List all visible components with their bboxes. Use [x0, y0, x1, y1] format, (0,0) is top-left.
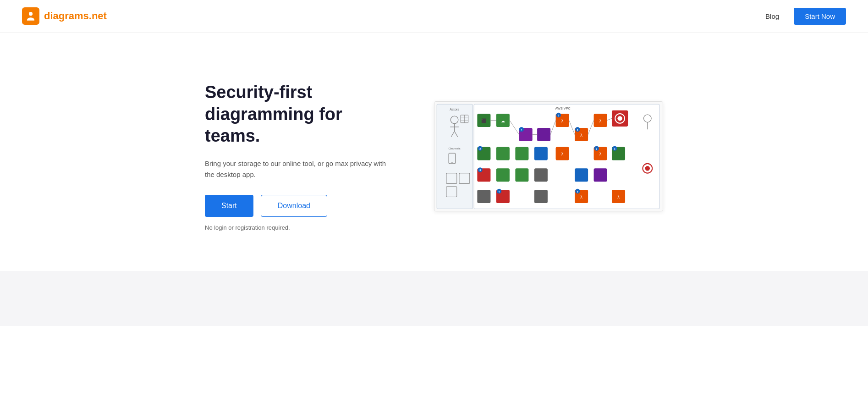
svg-rect-44 — [496, 168, 510, 182]
start-button[interactable]: Start — [205, 195, 253, 217]
hero-title: Security-first diagramming for teams. — [205, 82, 397, 147]
svg-rect-54 — [477, 190, 490, 203]
svg-text:6: 6 — [577, 128, 578, 131]
svg-text:4: 4 — [499, 190, 500, 193]
svg-rect-40 — [496, 147, 510, 160]
svg-rect-42 — [534, 147, 548, 160]
navbar: diagrams.net Blog Start Now — [0, 0, 868, 33]
svg-text:λ: λ — [617, 194, 620, 199]
svg-line-1 — [27, 16, 28, 18]
svg-line-2 — [33, 16, 34, 18]
svg-text:λ: λ — [580, 194, 582, 199]
nav-right: Blog Start Now — [765, 8, 846, 25]
svg-rect-46 — [534, 168, 548, 182]
svg-text:λ: λ — [561, 118, 564, 123]
svg-point-36 — [617, 116, 622, 121]
svg-text:AWS VPC: AWS VPC — [555, 106, 571, 110]
footer-band — [0, 271, 868, 326]
svg-point-62 — [645, 166, 650, 171]
hero-content: Security-first diagramming for teams. Br… — [205, 82, 397, 231]
svg-text:3: 3 — [479, 169, 481, 171]
diagram-svg: Actors Channels AWS VPC — [434, 102, 663, 211]
hero-section: Security-first diagramming for teams. Br… — [0, 33, 868, 271]
svg-text:λ: λ — [599, 118, 602, 123]
svg-rect-27 — [537, 128, 550, 141]
download-button[interactable]: Download — [261, 195, 327, 217]
svg-text:8: 8 — [577, 190, 578, 193]
hero-subtitle: Bring your storage to our online tool, o… — [205, 158, 397, 180]
svg-text:7: 7 — [596, 147, 597, 150]
svg-text:Actors: Actors — [450, 107, 459, 111]
svg-text:λ: λ — [580, 132, 582, 137]
svg-text:3: 3 — [614, 147, 615, 150]
svg-rect-53 — [594, 168, 607, 182]
svg-text:λ: λ — [561, 152, 564, 156]
logo-text: diagrams.net — [44, 10, 107, 22]
svg-text:☁: ☁ — [501, 118, 505, 123]
svg-rect-41 — [515, 147, 528, 160]
no-login-text: No login or registration required. — [205, 224, 397, 231]
hero-buttons: Start Download — [205, 195, 397, 217]
svg-point-0 — [29, 12, 33, 16]
svg-text:2: 2 — [479, 147, 481, 150]
blog-link[interactable]: Blog — [765, 12, 779, 20]
logo-svg — [25, 10, 37, 22]
svg-rect-45 — [515, 168, 528, 182]
logo-link[interactable]: diagrams.net — [22, 7, 107, 25]
svg-text:⬛: ⬛ — [481, 118, 487, 123]
svg-rect-3 — [437, 104, 472, 209]
svg-rect-49 — [575, 168, 588, 182]
svg-rect-56 — [534, 190, 548, 203]
svg-text:4: 4 — [521, 128, 522, 131]
diagram-preview: Actors Channels AWS VPC — [434, 101, 663, 212]
logo-icon — [22, 7, 39, 25]
svg-text:Channels: Channels — [448, 146, 460, 149]
start-now-button[interactable]: Start Now — [794, 8, 846, 25]
svg-text:5: 5 — [558, 114, 559, 117]
svg-text:λ: λ — [599, 152, 602, 156]
